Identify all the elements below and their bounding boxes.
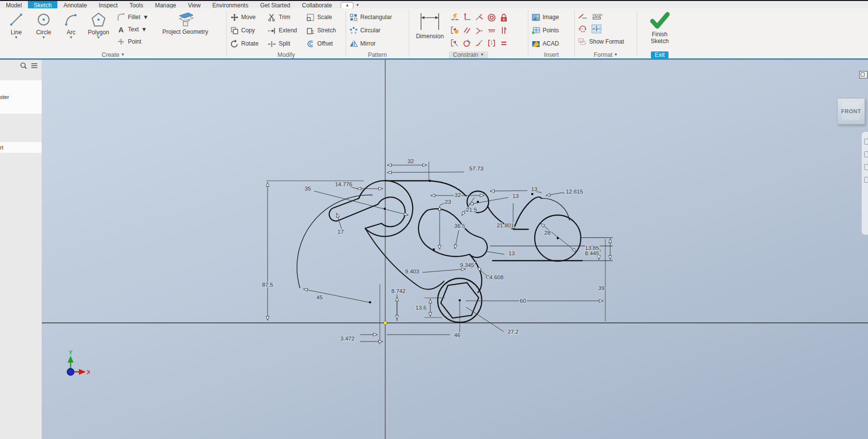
- polygon-button[interactable]: Polygon▼: [85, 10, 112, 50]
- dimension-label[interactable]: 14.776: [335, 181, 352, 187]
- collinear-constraint-icon[interactable]: [486, 25, 497, 36]
- browser-item-part[interactable]: rt: [0, 142, 42, 153]
- nav-zoom-icon[interactable]: [864, 151, 868, 157]
- dimension-label[interactable]: 36.5: [454, 223, 465, 229]
- tangent-constraint-icon[interactable]: [473, 12, 485, 24]
- panel-label-format[interactable]: Format▼: [575, 50, 637, 59]
- fillet-button[interactable]: Fillet▼: [117, 11, 160, 23]
- smooth-constraint-icon[interactable]: [473, 38, 485, 49]
- polygon-dropdown-caret[interactable]: ▼: [97, 36, 100, 39]
- lock-constraint-icon[interactable]: [498, 12, 509, 24]
- dimension-label[interactable]: 57.73: [470, 166, 484, 171]
- part-outline-thin[interactable]: [297, 195, 613, 288]
- panel-label-create[interactable]: Create▼: [0, 50, 226, 59]
- project-geometry-button[interactable]: Project Geometry: [161, 10, 210, 50]
- center-point-icon[interactable]: [592, 24, 601, 33]
- sketch-geometry[interactable]: 3257.7314.7763517233221.5131312.61536.52…: [42, 60, 868, 439]
- construction-geometry-icon[interactable]: [578, 13, 588, 20]
- equal-constraint-icon[interactable]: [498, 38, 509, 49]
- move-button[interactable]: Move: [230, 11, 266, 23]
- dimension-label[interactable]: 21.5: [466, 207, 477, 213]
- nav-orbit-icon[interactable]: [864, 164, 868, 170]
- circular-pattern-button[interactable]: Circular: [349, 24, 404, 36]
- insert-image-button[interactable]: Image: [531, 11, 570, 23]
- dimension-label[interactable]: 9.403: [405, 268, 420, 274]
- auto-dimension-icon[interactable]: [449, 12, 460, 24]
- dimension-label[interactable]: 39: [598, 285, 605, 291]
- mirror-button[interactable]: Mirror: [349, 38, 404, 49]
- finish-sketch-button[interactable]: Finish Sketch: [640, 10, 679, 50]
- dimension-label[interactable]: 46: [454, 332, 461, 338]
- dimension-label[interactable]: 13: [513, 193, 519, 199]
- symmetric-constraint-icon[interactable]: [486, 38, 497, 49]
- point-button[interactable]: Point: [117, 36, 160, 48]
- coincident-constraint-icon[interactable]: [473, 25, 485, 36]
- rotate-button[interactable]: Rotate: [230, 38, 266, 49]
- dimension-label[interactable]: 23: [445, 199, 451, 205]
- extend-button[interactable]: Extend: [268, 24, 304, 36]
- dimension-label[interactable]: 60: [520, 298, 526, 304]
- document-window-icon[interactable]: [859, 71, 868, 78]
- parallel-constraint-icon[interactable]: [461, 25, 472, 36]
- dimension-label[interactable]: 13: [531, 186, 538, 192]
- show-format-button[interactable]: Show Format: [578, 35, 634, 48]
- dimension-label[interactable]: 21.801: [496, 222, 514, 228]
- copy-button[interactable]: Copy: [230, 24, 266, 36]
- split-button[interactable]: Split: [268, 38, 304, 49]
- sketch-origin-point[interactable]: [384, 321, 387, 324]
- constraint-inference-icon[interactable]: [449, 25, 460, 36]
- arc-button[interactable]: Arc▼: [58, 10, 84, 50]
- line-button[interactable]: Line▼: [3, 10, 29, 50]
- insert-points-button[interactable]: Points: [531, 24, 570, 36]
- fillet-dropdown-caret[interactable]: ▼: [143, 14, 149, 21]
- centerline-icon[interactable]: [578, 25, 588, 33]
- dimension-label[interactable]: 35: [305, 186, 311, 192]
- dimension-label[interactable]: 3.472: [341, 336, 355, 341]
- rectangular-pattern-button[interactable]: Rectangular: [349, 11, 404, 23]
- concentric-constraint-icon[interactable]: [486, 12, 497, 24]
- dimension-button[interactable]: Dimension: [412, 10, 447, 50]
- dimension-label[interactable]: 32: [455, 192, 461, 198]
- vertical-constraint-icon[interactable]: [498, 25, 509, 36]
- panel-label-exit[interactable]: Exit: [637, 50, 682, 59]
- dimension-label[interactable]: 17: [338, 229, 344, 235]
- dimension-label[interactable]: 4.608: [490, 274, 504, 280]
- arc-dropdown-caret[interactable]: ▼: [69, 36, 73, 39]
- dimension-label[interactable]: 87.5: [262, 282, 273, 288]
- nav-look-icon[interactable]: [864, 177, 868, 183]
- panel-label-constrain[interactable]: Constrain▼: [409, 50, 528, 59]
- browser-item-master[interactable]: ster: [0, 80, 42, 114]
- browser-search-icon[interactable]: [20, 62, 27, 69]
- dimension-label[interactable]: 12.615: [566, 189, 583, 195]
- sketch-canvas[interactable]: 3257.7314.7763517233221.5131312.61536.52…: [42, 60, 868, 439]
- offset-button[interactable]: Offset: [306, 38, 343, 49]
- dimension-label[interactable]: 13: [509, 250, 515, 256]
- dimension-label[interactable]: 27.2: [508, 329, 519, 335]
- text-dropdown-caret[interactable]: ▼: [141, 26, 147, 33]
- dimension-label[interactable]: 28: [545, 230, 551, 236]
- view-cube[interactable]: FRONT: [837, 98, 865, 124]
- ribbon-collapse-icon[interactable]: ▲: [341, 2, 353, 9]
- circle-button[interactable]: Circle▼: [30, 10, 57, 50]
- circle-dropdown-caret[interactable]: ▼: [42, 36, 46, 39]
- perpendicular-constraint-icon[interactable]: [461, 12, 472, 24]
- dimension-label[interactable]: 13.6: [416, 305, 426, 311]
- nav-pan-icon[interactable]: [864, 139, 868, 145]
- browser-menu-icon[interactable]: [31, 63, 38, 69]
- sketch-points[interactable]: [369, 180, 559, 303]
- trim-button[interactable]: Trim: [268, 11, 304, 23]
- tangent-circle-constraint-icon[interactable]: [461, 38, 472, 49]
- navigation-bar[interactable]: [861, 131, 868, 235]
- line-dropdown-caret[interactable]: ▼: [14, 36, 18, 39]
- dimension-label[interactable]: 8.742: [392, 288, 406, 294]
- ribbon-collapse-caret-icon[interactable]: ▼: [355, 3, 359, 7]
- driven-dimension-icon[interactable]: H(x)H: [592, 12, 602, 20]
- dimension-label[interactable]: 32: [408, 158, 414, 164]
- insert-acad-button[interactable]: ACAD: [531, 38, 570, 49]
- stretch-button[interactable]: Stretch: [306, 24, 343, 36]
- dimension-label[interactable]: 45: [317, 294, 323, 300]
- part-outline[interactable]: [329, 181, 582, 322]
- scale-button[interactable]: Scale: [306, 11, 343, 23]
- constraint-settings-icon[interactable]: [449, 38, 460, 49]
- dimension-label[interactable]: 8.445: [585, 250, 599, 256]
